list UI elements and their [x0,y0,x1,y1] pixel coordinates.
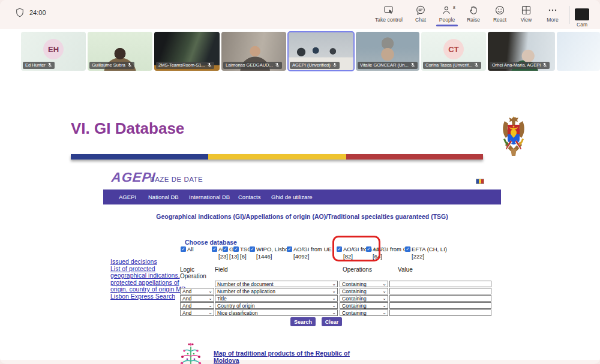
choose-database-label: Choose database [185,239,237,246]
nav-international-db[interactable]: International DB [189,194,230,200]
field-select[interactable]: Number of the application [215,288,338,294]
avatar: CT [443,39,464,59]
flag-yellow-segment [208,154,346,160]
video-tile-partial[interactable] [557,32,600,71]
take-control-button[interactable]: Take control [370,2,407,23]
nav-national-db[interactable]: National DB [148,194,179,200]
map-traditional-products-link[interactable]: Map of traditional products of the Repub… [214,350,353,364]
react-smiley-icon [494,5,505,16]
value-input[interactable] [389,302,491,309]
video-tile-corina[interactable]: CT Corina Tasca (Unverif... [421,32,486,71]
video-tile-orhei[interactable]: Orhei Ana-Maria, AGEPI [488,32,555,71]
checkbox-icon[interactable]: ✓ [250,246,255,252]
form-header-field: Field [215,266,228,273]
logic-select[interactable]: And [180,288,214,294]
take-control-icon [383,5,394,16]
mic-on-icon [332,62,337,68]
logic-select[interactable]: And [180,295,214,302]
operation-select[interactable]: Containing [340,288,388,294]
checkbox-icon[interactable]: ✓ [233,246,239,252]
teams-meeting-window: 24:00 Take control Chat 8 People Raise [0,0,600,364]
view-grid-icon [521,5,532,16]
checkbox-icon[interactable]: ✓ [287,246,292,252]
chat-button[interactable]: Chat [407,2,434,23]
people-button[interactable]: 8 People [434,2,460,23]
mic-muted-icon [275,62,280,68]
moldova-flag-bar [71,154,483,160]
value-input[interactable] [389,288,491,294]
participant-name-badge: Corina Tasca (Unverif... [423,62,481,69]
participant-name-badge: Orhei Ana-Maria, AGEPI [490,62,550,69]
field-select[interactable]: Number of the document [215,281,338,287]
link-issued-decisions[interactable]: Issued decisions [110,258,190,266]
field-select[interactable]: Title [215,295,338,302]
more-button[interactable]: More [539,2,566,23]
shield-icon [16,8,24,17]
participant-name-badge: Guillaume Subra [89,62,134,69]
highlight-annotation-box [332,236,380,261]
mic-muted-icon [127,62,132,68]
link-lisbon-express-search[interactable]: Lisbon Express Search [110,293,190,300]
checkbox-aogi-from-ue: ✓AO/GI from UE [4092] [287,246,332,260]
camera-button[interactable]: Cam [575,2,589,28]
raise-hand-icon [468,5,479,16]
logic-select[interactable]: And [180,309,214,316]
checkbox-tsg: ✓TSG [6] [233,246,252,260]
view-button[interactable]: View [513,2,539,23]
video-tile-vitalie[interactable]: Vitalie GONCEAR (Un... [356,32,419,71]
controls-divider [569,6,570,24]
checkbox-all: ✓All [181,246,194,252]
operation-select[interactable]: Containing [340,302,388,309]
checkbox-icon[interactable]: ✓ [405,246,410,252]
flag-red-segment [346,154,483,160]
nav-ghid[interactable]: Ghid de utilizare [271,194,313,200]
mic-muted-icon [542,62,547,68]
operation-select[interactable]: Containing [340,281,388,287]
video-tile-laimonas[interactable]: Laimonas GEDGAUD... [221,32,286,71]
site-heading: Geographical indications (GI)/Appellatio… [103,213,501,220]
people-icon [442,5,452,16]
nav-contacts[interactable]: Contacts [238,194,261,200]
link-list-protected-gi[interactable]: List of protected geographical indicatio… [110,266,190,293]
people-count-badge: 8 [453,5,455,10]
value-input[interactable] [389,309,491,316]
react-button[interactable]: React [487,2,513,23]
video-tile-ed-hunter[interactable]: EH Ed Hunter [21,32,86,71]
operation-select[interactable]: Containing [340,295,388,302]
video-tile-guillaume-subra[interactable]: Guillaume Subra [88,32,152,71]
nav-agepi[interactable]: AGEPI [119,194,136,200]
site-navbar: AGEPI National DB International DB Conta… [103,189,501,204]
field-select[interactable]: Nice classification [215,309,338,316]
participant-name-badge: 2MS-TeamsRoom-S1... [156,62,214,69]
db-count: [222] [412,253,447,260]
field-select[interactable]: Country of origin [215,302,338,309]
db-count: [1446] [256,253,292,260]
form-header-operations: Operations [343,266,372,273]
logic-select[interactable]: And [180,302,214,309]
checkbox-icon[interactable]: ✓ [181,246,186,252]
value-input[interactable] [389,295,491,302]
active-tab-underline [436,25,458,26]
sidebar-links: Issued decisions List of protected geogr… [110,258,190,300]
clear-button[interactable]: Clear [322,317,342,326]
form-header-logic: Logic Operation [180,266,213,279]
meeting-timer: 24:00 [16,8,46,17]
db-count: [4092] [293,253,332,260]
checkbox-icon[interactable]: ✓ [223,246,228,252]
mic-muted-icon [474,62,479,68]
video-tile-teamsroom[interactable]: 2MS-TeamsRoom-S1... [154,32,220,71]
moldova-flag-icon [476,179,484,184]
checkbox-icon[interactable]: ✓ [212,246,217,252]
search-button[interactable]: Search [290,317,316,326]
operation-select[interactable]: Containing [340,309,388,316]
raise-button[interactable]: Raise [460,2,487,23]
moldova-coat-of-arms [499,114,529,158]
checkbox-efta: ✓EFTA (CH, LI) [222] [405,246,447,260]
participant-name-badge: Ed Hunter [23,62,55,69]
video-tile-agepi-active-speaker[interactable]: AGEPI (Unverified) [288,32,354,71]
traditional-ornament-icon [178,341,204,364]
mic-muted-icon [410,62,415,68]
site-subtitle: BAZE DE DATE [150,176,203,183]
avatar: EH [43,39,64,59]
value-input[interactable] [389,281,491,287]
